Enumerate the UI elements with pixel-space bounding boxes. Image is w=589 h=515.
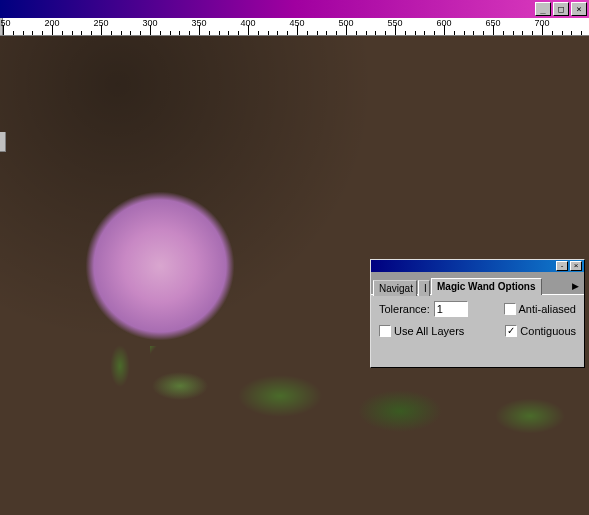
ruler-tick-label: 150: [0, 18, 11, 28]
ruler-tick-label: 650: [485, 18, 500, 28]
magic-wand-options-palette: - × Navigat I Magic Wand Options ▶ Toler…: [370, 259, 585, 368]
use-all-layers-checkbox[interactable]: [379, 325, 391, 337]
ruler-tick-label: 200: [44, 18, 59, 28]
tolerance-label: Tolerance:: [379, 303, 430, 315]
ruler-tick-label: 400: [240, 18, 255, 28]
contiguous-checkbox[interactable]: ✓: [505, 325, 517, 337]
anti-aliased-checkbox[interactable]: [504, 303, 516, 315]
tab-magic-wand-options[interactable]: Magic Wand Options: [431, 278, 542, 295]
ruler-tick-label: 550: [387, 18, 402, 28]
palette-close-button[interactable]: ×: [570, 261, 582, 271]
tab-info[interactable]: I: [418, 280, 430, 296]
ruler-tick-label: 300: [142, 18, 157, 28]
palette-menu-button[interactable]: ▶: [568, 277, 582, 294]
horizontal-ruler: 150200250300350400450500550600650700: [0, 18, 589, 36]
palette-collapse-button[interactable]: -: [556, 261, 568, 271]
palette-titlebar[interactable]: - ×: [371, 260, 584, 272]
window-titlebar: _ □ ×: [0, 0, 589, 18]
minimize-button[interactable]: _: [535, 2, 551, 16]
contiguous-label: Contiguous: [520, 325, 576, 337]
ruler-tick-label: 500: [338, 18, 353, 28]
ruler-tick-label: 350: [191, 18, 206, 28]
maximize-button[interactable]: □: [553, 2, 569, 16]
tolerance-input[interactable]: [434, 301, 468, 317]
use-all-layers-label: Use All Layers: [394, 325, 464, 337]
ruler-tick-label: 600: [436, 18, 451, 28]
ruler-tick-label: 450: [289, 18, 304, 28]
palette-tabs: Navigat I Magic Wand Options ▶: [371, 272, 584, 294]
tab-navigator[interactable]: Navigat: [373, 280, 417, 296]
ruler-tick-label: 250: [93, 18, 108, 28]
ruler-tick-label: 700: [534, 18, 549, 28]
close-button[interactable]: ×: [571, 2, 587, 16]
anti-aliased-label: Anti-aliased: [519, 303, 576, 315]
